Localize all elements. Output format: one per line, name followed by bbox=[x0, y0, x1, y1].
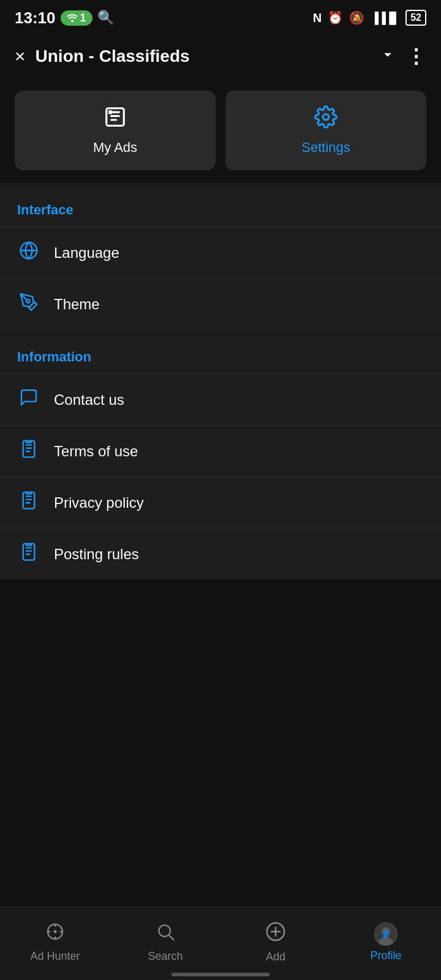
my-ads-icon bbox=[104, 105, 127, 134]
svg-rect-2 bbox=[108, 110, 112, 114]
close-button[interactable]: × bbox=[15, 46, 26, 67]
svg-point-20 bbox=[55, 931, 56, 933]
posting-rules-item[interactable]: Posting rules bbox=[0, 528, 441, 579]
dropdown-button[interactable] bbox=[379, 46, 396, 67]
privacy-policy-label: Privacy policy bbox=[54, 494, 144, 511]
clipboard-icon-privacy bbox=[17, 491, 40, 514]
alarm-icon: ⏰ bbox=[328, 10, 343, 25]
section-divider-2 bbox=[0, 330, 441, 336]
information-section-header: Information bbox=[0, 336, 441, 374]
status-bar: 13:10 1 🔍 N ⏰ 🔕 ▐▐▐▌ 52 bbox=[0, 0, 441, 34]
svg-rect-15 bbox=[23, 544, 35, 560]
svg-rect-11 bbox=[23, 492, 35, 509]
search-icon bbox=[156, 922, 175, 946]
quick-actions: My Ads Settings bbox=[0, 78, 441, 183]
svg-line-26 bbox=[169, 935, 173, 940]
mute-icon: 🔕 bbox=[349, 10, 364, 25]
clipboard-icon-posting bbox=[17, 542, 40, 566]
status-left: 13:10 1 🔍 bbox=[15, 9, 114, 28]
svg-text:👤: 👤 bbox=[381, 929, 390, 938]
theme-label: Theme bbox=[54, 296, 100, 313]
language-item[interactable]: Language bbox=[0, 227, 441, 278]
theme-item[interactable]: Theme bbox=[0, 278, 441, 330]
nav-item-add[interactable]: Add bbox=[221, 914, 331, 963]
nav-item-profile[interactable]: 👤 Profile bbox=[331, 915, 441, 962]
globe-icon bbox=[17, 241, 40, 265]
theme-icon bbox=[17, 292, 40, 316]
nav-item-search[interactable]: Search bbox=[110, 914, 221, 963]
nfc-icon: N bbox=[313, 11, 322, 25]
status-search-icon: 🔍 bbox=[97, 10, 114, 26]
chat-icon bbox=[17, 388, 40, 412]
my-ads-label: My Ads bbox=[93, 140, 137, 156]
more-options-button[interactable]: ⋮ bbox=[406, 45, 426, 68]
battery-indicator: 52 bbox=[405, 10, 426, 26]
interface-section: Interface Language Theme bbox=[0, 189, 441, 330]
app-bar: × Union - Classifieds ⋮ bbox=[0, 34, 441, 78]
posting-rules-label: Posting rules bbox=[54, 546, 139, 563]
clipboard-icon-terms bbox=[17, 439, 40, 463]
interface-section-header: Interface bbox=[0, 189, 441, 227]
terms-of-use-label: Terms of use bbox=[54, 443, 138, 460]
wifi-count: 1 bbox=[80, 12, 86, 24]
nav-label-ad-hunter: Ad Hunter bbox=[30, 950, 80, 963]
section-divider-1 bbox=[0, 183, 441, 189]
status-right: N ⏰ 🔕 ▐▐▐▌ 52 bbox=[313, 10, 426, 26]
nav-label-profile: Profile bbox=[370, 949, 401, 962]
bottom-nav: Ad Hunter Search Add 👤 bbox=[0, 907, 441, 980]
contact-us-item[interactable]: Contact us bbox=[0, 374, 441, 425]
svg-point-6 bbox=[26, 300, 29, 303]
information-section: Information Contact us Terms of use bbox=[0, 336, 441, 579]
status-time: 13:10 bbox=[15, 9, 56, 28]
terms-of-use-item[interactable]: Terms of use bbox=[0, 425, 441, 477]
ad-hunter-icon bbox=[45, 922, 65, 946]
app-title: Union - Classifieds bbox=[36, 47, 369, 66]
home-indicator bbox=[172, 973, 270, 976]
nav-item-ad-hunter[interactable]: Ad Hunter bbox=[0, 914, 110, 963]
svg-rect-7 bbox=[23, 441, 35, 458]
nav-label-search: Search bbox=[148, 950, 183, 963]
signal-icon: ▐▐▐▌ bbox=[371, 12, 399, 24]
svg-point-3 bbox=[323, 114, 329, 120]
settings-icon bbox=[314, 105, 337, 134]
settings-button[interactable]: Settings bbox=[225, 91, 426, 170]
svg-point-0 bbox=[71, 20, 74, 22]
contact-us-label: Contact us bbox=[54, 391, 124, 409]
wifi-badge: 1 bbox=[61, 10, 92, 26]
my-ads-button[interactable]: My Ads bbox=[15, 91, 216, 170]
add-icon bbox=[265, 921, 286, 947]
bottom-spacer bbox=[0, 579, 441, 659]
privacy-policy-item[interactable]: Privacy policy bbox=[0, 477, 441, 528]
nav-label-add: Add bbox=[266, 951, 285, 963]
profile-avatar: 👤 bbox=[374, 922, 398, 946]
settings-label: Settings bbox=[301, 140, 350, 156]
language-label: Language bbox=[54, 244, 119, 262]
